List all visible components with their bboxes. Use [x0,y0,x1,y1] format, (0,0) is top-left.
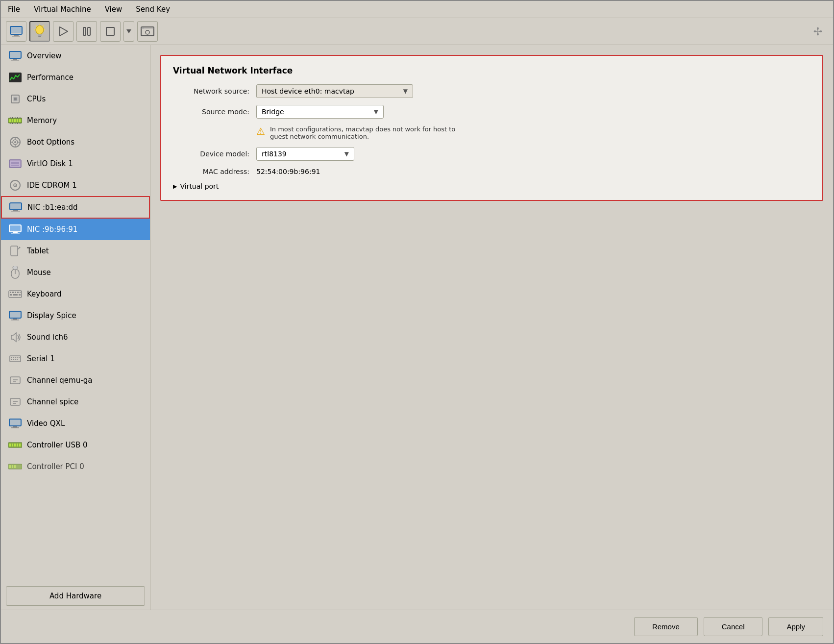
svg-rect-79 [20,292,21,293]
svg-rect-80 [10,294,12,296]
menu-file[interactable]: File [6,4,22,15]
sidebar-label-memory: Memory [27,116,57,125]
virtual-port-label: Virtual port [180,182,219,190]
bottom-bar: Remove Cancel Apply [1,610,833,643]
svg-rect-65 [10,225,21,231]
add-hardware-button[interactable]: Add Hardware [6,586,145,606]
svg-rect-14 [88,27,90,35]
device-model-dropdown[interactable]: rtl8139 ▼ [256,147,354,161]
tablet-icon [8,246,22,256]
sidebar: Overview Performance CPUs Memory [1,45,150,610]
svg-marker-12 [60,27,68,36]
source-mode-row: Source mode: Bridge ▼ [173,105,810,119]
svg-rect-28 [14,98,17,100]
sidebar-label-channel-spice: Channel spice [27,397,78,406]
main-content: Overview Performance CPUs Memory [1,45,833,610]
sidebar-label-cpus: CPUs [27,95,46,103]
svg-rect-30 [9,119,11,122]
sidebar-item-controller-usb[interactable]: Controller USB 0 [1,434,150,456]
device-model-value: rtl8139 [262,150,287,158]
svg-rect-100 [10,420,21,425]
sidebar-item-serial-1[interactable]: Serial 1 [1,348,150,370]
details-toolbar-btn[interactable] [29,21,50,42]
svg-line-10 [36,25,37,26]
remove-button[interactable]: Remove [634,617,698,636]
sidebar-item-nic-b1[interactable]: NIC :b1:ea:dd [1,196,150,219]
svg-rect-97 [10,377,20,384]
menu-virtual-machine[interactable]: Virtual Machine [32,4,93,15]
sidebar-item-cpus[interactable]: CPUs [1,88,150,110]
apply-button[interactable]: Apply [768,617,823,636]
controller-pci-icon [8,461,22,472]
svg-rect-40 [10,123,11,124]
svg-rect-6 [38,36,41,37]
source-mode-label: Source mode: [173,108,256,116]
svg-rect-108 [19,444,21,446]
detail-card: Virtual Network Interface Network source… [160,55,823,201]
svg-rect-92 [19,357,20,358]
stop-toolbar-btn[interactable] [100,21,121,42]
svg-rect-81 [13,294,18,296]
svg-rect-90 [15,357,16,358]
channel-spice-icon [8,396,22,407]
svg-rect-77 [15,292,16,293]
sidebar-item-keyboard[interactable]: Keyboard [1,283,150,305]
svg-rect-82 [19,294,21,296]
svg-rect-112 [14,465,16,468]
sidebar-item-sound-ich6[interactable]: Sound ich6 [1,326,150,348]
screenshot-toolbar-btn[interactable] [137,21,158,42]
svg-rect-94 [13,359,14,360]
mac-address-label: MAC address: [173,168,256,175]
svg-rect-23 [11,60,19,61]
svg-rect-3 [11,27,22,33]
cancel-button[interactable]: Cancel [704,617,763,636]
source-mode-dropdown[interactable]: Bridge ▼ [256,105,384,119]
svg-rect-15 [106,27,114,35]
svg-rect-44 [20,123,21,124]
performance-icon [8,72,22,83]
svg-point-70 [19,247,21,248]
svg-rect-98 [10,398,20,405]
sidebar-item-display-spice[interactable]: Display Spice [1,305,150,326]
virtual-port-row[interactable]: ▶ Virtual port [173,182,810,190]
sidebar-label-channel-qemu-ga: Channel qemu-ga [27,376,92,385]
sidebar-item-performance[interactable]: Performance [1,67,150,88]
svg-rect-104 [9,444,11,446]
network-source-dropdown[interactable]: Host device eth0: macvtap ▼ [256,84,413,98]
sound-icon [8,332,22,343]
pause-toolbar-btn[interactable] [76,21,97,42]
sidebar-item-memory[interactable]: Memory [1,110,150,131]
svg-rect-20 [142,28,144,29]
warning-box: ⚠ In most configurations, macvtap does n… [256,125,462,140]
stop-icon [105,26,116,37]
screenshot-icon [141,25,154,37]
sidebar-item-nic-9b[interactable]: NIC :9b:96:91 [1,219,150,240]
play-toolbar-btn[interactable] [53,21,74,42]
nic-b1-icon [9,202,23,213]
sidebar-item-virtio-disk[interactable]: VirtIO Disk 1 [1,153,150,174]
svg-rect-84 [10,312,21,318]
svg-rect-96 [17,359,18,360]
network-source-label: Network source: [173,87,256,95]
device-model-label: Device model: [173,150,256,158]
sidebar-item-overview[interactable]: Overview [1,45,150,67]
sidebar-item-channel-spice[interactable]: Channel spice [1,391,150,413]
svg-rect-87 [10,356,21,362]
svg-point-47 [14,141,16,143]
sidebar-item-mouse[interactable]: Mouse [1,262,150,283]
sidebar-item-ide-cdrom[interactable]: IDE CDROM 1 [1,174,150,196]
monitor-icon [9,26,23,37]
menu-view[interactable]: View [103,4,124,15]
mac-address-row: MAC address: 52:54:00:9b:96:91 [173,168,810,175]
sidebar-item-controller-pci[interactable]: Controller PCI 0 [1,456,150,477]
svg-rect-101 [13,426,17,427]
svg-rect-38 [17,117,18,119]
menu-send-key[interactable]: Send Key [134,4,172,15]
sidebar-item-channel-qemu-ga[interactable]: Channel qemu-ga [1,370,150,391]
monitor-toolbar-btn[interactable] [6,21,26,42]
toolbar-dropdown-btn[interactable] [123,21,134,42]
sidebar-item-boot-options[interactable]: Boot Options [1,131,150,153]
sidebar-item-video-qxl[interactable]: Video QXL [1,413,150,434]
ide-cdrom-icon [8,180,22,191]
sidebar-item-tablet[interactable]: Tablet [1,240,150,262]
